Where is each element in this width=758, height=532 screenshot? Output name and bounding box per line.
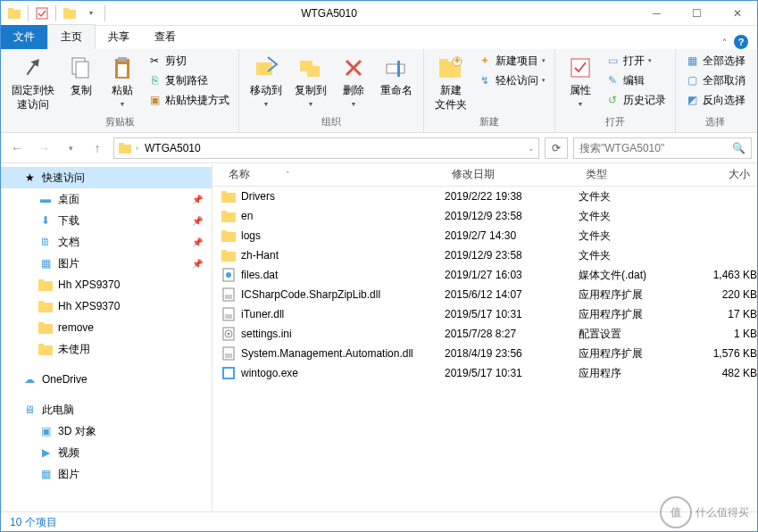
sidebar-documents[interactable]: 🗎文档📌 [1, 231, 212, 253]
file-name: en [241, 210, 253, 222]
breadcrumb[interactable]: WTGA5010 [142, 140, 204, 156]
svg-rect-43 [225, 314, 232, 319]
properties-button[interactable]: 属性▼ [561, 51, 600, 111]
group-clipboard-label: 剪贴板 [6, 115, 233, 130]
table-row[interactable]: logs2019/2/7 14:30文件夹 [212, 226, 757, 245]
file-type: 文件夹 [579, 248, 686, 263]
history-button[interactable]: ↺历史记录 [602, 90, 670, 110]
search-box[interactable]: 🔍 [573, 137, 752, 159]
paste-button[interactable]: 粘贴 ▼ [103, 51, 142, 111]
col-size[interactable]: 大小 [686, 167, 757, 182]
rename-button[interactable]: 重命名 [375, 51, 418, 101]
tab-file[interactable]: 文件 [1, 25, 47, 49]
sidebar-pictures2[interactable]: ▦图片 [1, 463, 212, 485]
new-folder-button[interactable]: ✦ 新建 文件夹 [429, 51, 472, 114]
open-icon: ▭ [605, 54, 620, 68]
search-input[interactable] [579, 142, 732, 154]
pin-icon: 📌 [192, 237, 203, 247]
sidebar-xps1[interactable]: Hh XPS9370 [1, 274, 212, 295]
table-row[interactable]: Drivers2019/2/22 19:38文件夹 [212, 187, 757, 206]
up-button[interactable]: ↑ [87, 137, 108, 159]
forward-button[interactable]: → [33, 137, 54, 159]
easy-access-button[interactable]: ↯轻松访问▾ [474, 71, 549, 90]
svg-rect-35 [221, 230, 227, 233]
search-icon[interactable]: 🔍 [732, 142, 746, 154]
copy-button[interactable]: 复制 [62, 51, 101, 101]
col-date[interactable]: 修改日期 [445, 167, 579, 182]
sidebar-pictures[interactable]: ▦图片📌 [1, 253, 212, 274]
file-name: wintogo.exe [241, 367, 298, 379]
sidebar-xps2[interactable]: Hh XPS9370 [1, 295, 212, 317]
sidebar-videos[interactable]: ▶视频 [1, 442, 212, 463]
sidebar-quick-access[interactable]: ★快速访问 [1, 167, 212, 188]
back-button[interactable]: ← [6, 137, 28, 159]
qat-properties-icon[interactable] [32, 4, 52, 23]
new-item-button[interactable]: ✦新建项目▾ [474, 51, 549, 71]
sidebar-downloads[interactable]: ⬇下载📌 [1, 210, 212, 231]
close-button[interactable]: ✕ [717, 1, 757, 26]
file-date: 2015/7/28 8:27 [445, 328, 579, 340]
table-row[interactable]: System.Management.Automation.dll2018/4/1… [212, 344, 757, 363]
recent-dropdown-icon[interactable]: ▾ [60, 137, 81, 159]
refresh-button[interactable]: ⟳ [545, 137, 568, 159]
desktop-icon: ▬ [38, 192, 53, 206]
svg-rect-3 [63, 10, 76, 19]
table-row[interactable]: files.dat2019/1/27 16:03媒体文件(.dat)1,463 … [212, 265, 757, 285]
selectall-icon: ▦ [685, 54, 699, 68]
table-row[interactable]: ICSharpCode.SharpZipLib.dll2015/6/12 14:… [212, 285, 757, 304]
select-all-button[interactable]: ▦全部选择 [681, 51, 749, 71]
pin-quick-access-button[interactable]: 固定到快 速访问 [6, 51, 60, 114]
file-name: zh-Hant [241, 249, 279, 262]
svg-rect-24 [38, 303, 53, 312]
minimize-button[interactable]: ─ [637, 1, 677, 26]
copypath-icon: ⎘ [147, 73, 162, 87]
file-icon [221, 327, 236, 341]
col-name[interactable]: 名称˄ [221, 167, 445, 182]
edit-button[interactable]: ✎编辑 [602, 71, 670, 90]
column-header: 名称˄ 修改日期 类型 大小 [212, 163, 757, 187]
tab-view[interactable]: 查看 [142, 25, 188, 49]
folder-icon [38, 342, 53, 356]
files-container[interactable]: Drivers2019/2/22 19:38文件夹en2019/12/9 23:… [212, 187, 757, 511]
file-date: 2018/4/19 23:56 [445, 347, 579, 360]
file-size: 220 KB [686, 288, 757, 301]
file-icon [221, 189, 236, 204]
sidebar-unused[interactable]: 未使用 [1, 338, 212, 360]
qat-dropdown-icon[interactable]: ▾ [81, 4, 101, 23]
folder-icon-2[interactable] [60, 4, 79, 23]
table-row[interactable]: en2019/12/9 23:58文件夹 [212, 206, 757, 226]
table-row[interactable]: wintogo.exe2019/5/17 10:31应用程序482 KB [212, 363, 757, 383]
col-type[interactable]: 类型 [579, 167, 686, 182]
copy-path-button[interactable]: ⎘复制路径 [144, 71, 233, 90]
sidebar[interactable]: ★快速访问 ▬桌面📌 ⬇下载📌 🗎文档📌 ▦图片📌 Hh XPS9370 Hh … [1, 163, 212, 511]
sidebar-onedrive[interactable]: ☁OneDrive [1, 369, 212, 390]
open-button[interactable]: ▭打开▾ [602, 51, 670, 71]
delete-button[interactable]: 删除▼ [334, 51, 373, 111]
maximize-button[interactable]: ☐ [677, 1, 717, 26]
tab-home[interactable]: 主页 [47, 24, 96, 49]
select-none-button[interactable]: ▢全部取消 [681, 71, 749, 90]
invert-selection-button[interactable]: ◩反向选择 [681, 90, 749, 110]
ribbon: 固定到快 速访问 复制 粘贴 ▼ ✂剪切 ⎘复制路径 ▣粘贴快捷方式 剪贴板 [1, 49, 757, 133]
cut-button[interactable]: ✂剪切 [144, 51, 233, 71]
sidebar-remove[interactable]: remove [1, 317, 212, 338]
paste-shortcut-button[interactable]: ▣粘贴快捷方式 [144, 90, 233, 110]
help-icon[interactable]: ? [734, 35, 748, 49]
address-row: ← → ▾ ↑ › WTGA5010 ⌄ ⟳ 🔍 [1, 133, 757, 163]
address-dropdown-icon[interactable]: ⌄ [528, 144, 535, 153]
sidebar-3d[interactable]: ▣3D 对象 [1, 420, 212, 442]
sidebar-desktop[interactable]: ▬桌面📌 [1, 188, 212, 210]
table-row[interactable]: zh-Hant2019/12/9 23:58文件夹 [212, 245, 757, 265]
address-bar[interactable]: › WTGA5010 ⌄ [113, 137, 539, 159]
pc-icon: 🖥 [22, 403, 37, 417]
copy-to-button[interactable]: 复制到▼ [289, 51, 332, 111]
file-type: 文件夹 [579, 189, 686, 204]
sidebar-thispc[interactable]: 🖥此电脑 [1, 399, 212, 420]
file-size: 482 KB [686, 367, 757, 379]
tab-share[interactable]: 共享 [96, 25, 142, 49]
table-row[interactable]: settings.ini2015/7/28 8:27配置设置1 KB [212, 324, 757, 344]
minimize-ribbon-icon[interactable]: ˄ [722, 37, 727, 47]
table-row[interactable]: iTuner.dll2019/5/17 10:31应用程序扩展17 KB [212, 304, 757, 324]
folder-icon[interactable] [4, 4, 24, 23]
move-to-button[interactable]: 移动到▼ [245, 51, 287, 111]
